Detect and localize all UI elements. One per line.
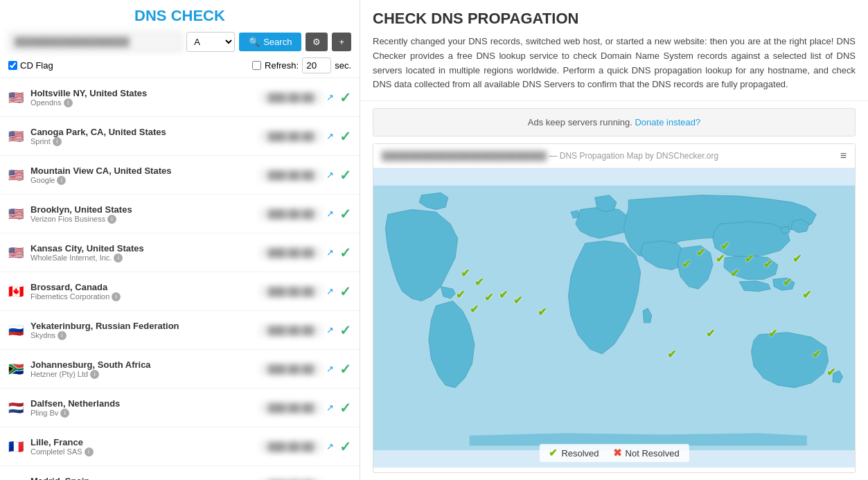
external-link-icon[interactable]: ↗ <box>326 247 334 258</box>
server-ip: ███.██.██ <box>260 208 322 220</box>
server-location: Johannesburg, South Africa <box>30 359 260 370</box>
external-link-icon[interactable]: ↗ <box>326 170 334 180</box>
server-ip: ███.██.██ <box>260 91 322 104</box>
status-check-icon: ✓ <box>339 89 351 106</box>
map-section: ████████████████████████████ — DNS Propa… <box>373 143 856 473</box>
map-domain-blurred: ████████████████████████████ <box>382 151 547 161</box>
country-flag: 🇺🇸 <box>8 206 25 222</box>
server-list: 🇺🇸 Holtsville NY, United States Opendns … <box>0 78 360 480</box>
refresh-interval-input[interactable] <box>302 57 331 73</box>
server-list-item: 🇫🇷 Lille, France Completel SAS i ███.██.… <box>0 427 360 466</box>
server-list-item: 🇷🇺 Yekaterinburg, Russian Federation Sky… <box>0 311 360 350</box>
propagation-title: CHECK DNS PROPAGATION <box>373 10 856 28</box>
external-link-icon[interactable]: ↗ <box>326 364 334 374</box>
external-link-icon[interactable]: ↗ <box>326 441 334 452</box>
server-location: Canoga Park, CA, United States <box>30 127 260 137</box>
search-row: A AAAA MX CNAME TXT 🔍 Search ⚙ + <box>8 32 351 52</box>
options-row: CD Flag Refresh: sec. <box>8 57 351 73</box>
server-list-item: 🇿🇦 Johannesburg, South Africa Hetzner (P… <box>0 350 360 389</box>
status-check-icon: ✓ <box>339 128 351 145</box>
record-type-select[interactable]: A AAAA MX CNAME TXT <box>186 32 235 52</box>
country-flag: 🇺🇸 <box>8 168 25 183</box>
server-provider: Pling Bv i <box>30 409 260 418</box>
status-check-icon: ✓ <box>339 245 351 261</box>
server-location: Madrid, Spain <box>30 476 260 481</box>
server-list-item: 🇺🇸 Mountain View CA, United States Googl… <box>0 156 360 195</box>
right-panel: CHECK DNS PROPAGATION Recently changed y… <box>360 0 868 480</box>
server-list-item: 🇳🇱 Dalfsen, Netherlands Pling Bv i ███.█… <box>0 389 360 427</box>
info-icon[interactable]: i <box>57 176 66 185</box>
info-icon[interactable]: i <box>85 447 94 456</box>
gear-icon: ⚙ <box>312 37 321 47</box>
server-location: Yekaterinburg, Russian Federation <box>30 321 260 331</box>
world-map-svg <box>373 168 855 468</box>
status-check-icon: ✓ <box>339 206 351 222</box>
dns-check-title: DNS CHECK <box>8 7 351 25</box>
settings-button[interactable]: ⚙ <box>305 33 328 51</box>
external-link-icon[interactable]: ↗ <box>326 92 334 103</box>
info-icon[interactable]: i <box>64 98 73 107</box>
country-flag: 🇫🇷 <box>8 439 25 454</box>
legend-check-icon: ✔ <box>549 447 558 459</box>
server-provider: Hetzner (Pty) Ltd i <box>30 370 260 379</box>
info-icon[interactable]: i <box>53 137 62 146</box>
search-icon: 🔍 <box>249 37 260 47</box>
country-flag: 🇺🇸 <box>8 245 25 260</box>
server-info: Kansas City, United States WholeSale Int… <box>30 243 260 263</box>
country-flag: 🇪🇸 <box>8 478 25 481</box>
server-list-item: 🇺🇸 Canoga Park, CA, United States Sprint… <box>0 117 360 156</box>
left-header: DNS CHECK A AAAA MX CNAME TXT 🔍 Search ⚙… <box>0 0 360 78</box>
status-check-icon: ✓ <box>339 361 351 377</box>
server-ip: ███.██.██ <box>260 324 322 337</box>
server-location: Mountain View CA, United States <box>30 166 260 176</box>
right-header: CHECK DNS PROPAGATION Recently changed y… <box>360 0 868 101</box>
server-info: Brossard, Canada Fibernetics Corporation… <box>30 282 260 301</box>
external-link-icon[interactable]: ↗ <box>326 286 334 296</box>
info-icon[interactable]: i <box>57 331 67 340</box>
server-location: Brossard, Canada <box>30 282 260 292</box>
add-button[interactable]: + <box>332 33 351 51</box>
external-link-icon[interactable]: ↗ <box>326 325 334 335</box>
cd-flag-checkbox[interactable] <box>8 61 17 70</box>
propagation-description: Recently changed your DNS records, switc… <box>373 35 856 92</box>
status-check-icon: ✓ <box>339 477 351 481</box>
country-flag: 🇳🇱 <box>8 400 25 416</box>
info-icon[interactable]: i <box>112 292 121 301</box>
info-icon[interactable]: i <box>60 409 69 418</box>
server-list-item: 🇨🇦 Brossard, Canada Fibernetics Corporat… <box>0 272 360 311</box>
map-container: ✔✔✔✔✔✔✔✔✔✔✔✔✔✔✔✔✔✔✔✔✔✔✔ ✔ Resolved ✖ Not… <box>373 168 855 468</box>
map-header: ████████████████████████████ — DNS Propa… <box>373 144 855 168</box>
info-icon[interactable]: i <box>107 215 116 224</box>
status-check-icon: ✓ <box>339 322 351 339</box>
map-title-suffix: — DNS Propagation Map by DNSChecker.org <box>549 151 718 161</box>
external-link-icon[interactable]: ↗ <box>326 402 334 413</box>
refresh-checkbox[interactable] <box>252 61 261 70</box>
info-icon[interactable]: i <box>90 370 99 379</box>
info-icon[interactable]: i <box>114 254 123 263</box>
donate-link[interactable]: Donate instead? <box>635 117 700 127</box>
legend-resolved: ✔ Resolved <box>549 447 599 459</box>
external-link-icon[interactable]: ↗ <box>326 208 334 219</box>
server-provider: Opendns i <box>30 98 260 107</box>
external-link-icon[interactable]: ↗ <box>326 131 334 141</box>
domain-input[interactable] <box>8 32 182 52</box>
country-flag: 🇨🇦 <box>8 284 25 299</box>
status-check-icon: ✓ <box>339 438 351 455</box>
map-menu-icon[interactable]: ≡ <box>840 150 847 162</box>
country-flag: 🇺🇸 <box>8 90 25 105</box>
map-legend: ✔ Resolved ✖ Not Resolved <box>539 444 689 462</box>
server-info: Lille, France Completel SAS i <box>30 437 260 456</box>
server-ip: ███.██.██ <box>260 285 322 298</box>
refresh-controls: Refresh: sec. <box>252 57 351 73</box>
country-flag: 🇷🇺 <box>8 323 25 338</box>
server-info: Canoga Park, CA, United States Sprint i <box>30 127 260 146</box>
server-ip: ███.██.██ <box>260 402 322 414</box>
cd-flag-checkbox-label[interactable]: CD Flag <box>8 60 53 71</box>
country-flag: 🇿🇦 <box>8 362 25 377</box>
status-check-icon: ✓ <box>339 167 351 184</box>
server-list-item: 🇺🇸 Holtsville NY, United States Opendns … <box>0 78 360 117</box>
plus-icon: + <box>339 37 344 47</box>
search-button[interactable]: 🔍 Search <box>239 33 301 51</box>
server-location: Dalfsen, Netherlands <box>30 398 260 409</box>
server-list-item: 🇺🇸 Kansas City, United States WholeSale … <box>0 233 360 272</box>
